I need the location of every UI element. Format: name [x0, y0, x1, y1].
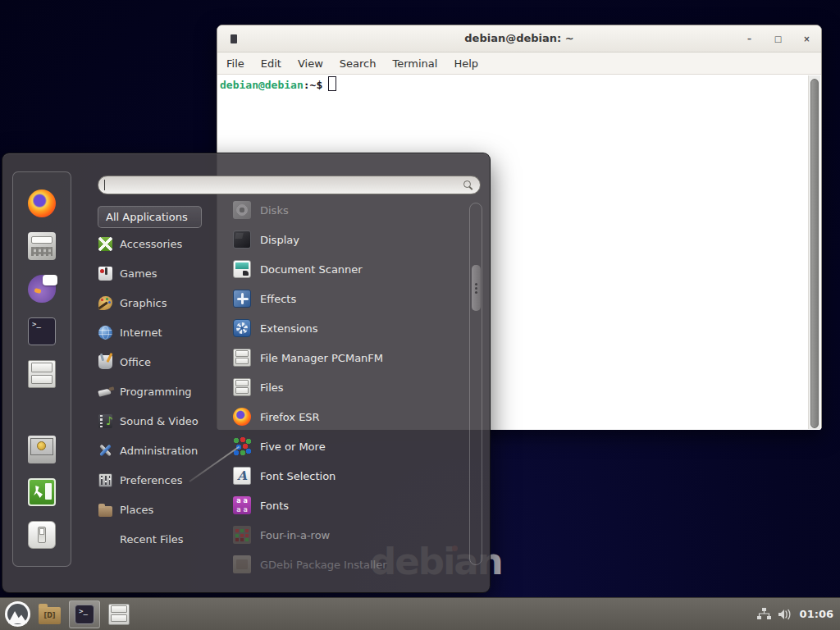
gdebi-icon [233, 555, 251, 573]
favorite-pidgin[interactable] [28, 275, 56, 303]
taskbar-terminal-button[interactable] [69, 600, 100, 628]
terminal-menu-item[interactable]: Terminal [392, 57, 437, 70]
terminal-menu-item[interactable]: File [226, 57, 244, 70]
terminal-menu-item[interactable]: Search [340, 57, 377, 70]
accessories-icon [98, 237, 112, 251]
volume-icon[interactable] [778, 609, 792, 620]
application-menu: All Applications Accessories Games Graph… [2, 153, 491, 593]
app-display[interactable]: Display [233, 225, 466, 254]
application-list: Disks Display Document Scanner Effects [233, 195, 466, 579]
network-icon[interactable] [757, 608, 771, 620]
power-button[interactable] [28, 521, 56, 549]
all-applications-button[interactable]: All Applications [98, 206, 202, 228]
app-five-or-more[interactable]: Five or More [233, 431, 466, 461]
firefox-icon [28, 189, 56, 217]
menu-button[interactable] [5, 601, 30, 627]
category-games[interactable]: Games [98, 258, 228, 288]
terminal-menu-item[interactable]: Help [454, 57, 478, 70]
terminal-cursor [328, 76, 336, 91]
extensions-icon [233, 319, 251, 337]
app-effects[interactable]: Effects [233, 284, 466, 313]
category-programming[interactable]: Programming [98, 377, 228, 406]
terminal-scrollbar-track[interactable] [808, 75, 820, 429]
logout-icon [28, 478, 56, 506]
fontsel-icon [233, 467, 251, 485]
category-administration[interactable]: Administration [98, 436, 228, 465]
cabinet-icon [28, 360, 56, 388]
menu-search-box [98, 176, 481, 194]
typewriter-icon [28, 232, 56, 260]
places-icon [98, 503, 112, 517]
firefox-icon [233, 408, 251, 426]
app-font-selection[interactable]: Font Selection [233, 461, 466, 491]
show-desktop-button[interactable] [39, 604, 61, 624]
category-sound-video[interactable]: Sound & Video [98, 406, 228, 436]
category-internet[interactable]: Internet [98, 317, 228, 347]
favorite-file-manager[interactable] [28, 360, 56, 388]
programming-icon [98, 385, 112, 399]
terminal-title: debian@debian: ~ [217, 25, 821, 52]
terminal-titlebar[interactable]: debian@debian: ~ – □ × [217, 25, 821, 52]
app-document-scanner[interactable]: Document Scanner [233, 254, 466, 284]
office-icon [98, 355, 112, 369]
menu-scrollbar-thumb[interactable] [472, 265, 481, 311]
soundvideo-icon [98, 414, 112, 428]
category-graphics[interactable]: Graphics [98, 288, 228, 317]
preferences-icon [98, 473, 112, 487]
terminal-menu-item[interactable]: View [298, 57, 323, 70]
taskbar: 01:06 [0, 597, 840, 630]
power-icon [28, 521, 56, 549]
search-input[interactable] [105, 178, 459, 192]
terminal-menubar: File Edit View Search Terminal Help [217, 52, 821, 75]
minimize-button[interactable]: – [743, 33, 756, 45]
cinnamon-logo-icon [5, 601, 30, 627]
category-list: Accessories Games Graphics Internet [98, 229, 228, 554]
app-disks[interactable]: Disks [233, 195, 466, 225]
favorite-package-manager[interactable] [28, 232, 56, 260]
terminal-scrollbar-thumb[interactable] [810, 79, 819, 428]
games-icon [98, 267, 112, 281]
favorite-terminal[interactable] [28, 317, 56, 345]
cabinet-icon [233, 378, 251, 396]
graphics-icon [98, 296, 112, 310]
app-extensions[interactable]: Extensions [233, 313, 466, 343]
terminal-menu-item[interactable]: Edit [261, 57, 281, 70]
search-icon [463, 180, 473, 190]
internet-icon [98, 326, 112, 340]
category-office[interactable]: Office [98, 347, 228, 377]
app-file-manager-pcmanfm[interactable]: File Manager PCManFM [233, 343, 466, 372]
lockscreen-icon [28, 436, 56, 463]
pidgin-icon [28, 275, 56, 303]
category-accessories[interactable]: Accessories [98, 229, 228, 258]
terminal-prompt: debian@debian:~$ [220, 76, 336, 91]
prompt-suffix: :~$ [304, 79, 322, 91]
docscanner-icon [233, 260, 251, 278]
app-files[interactable]: Files [233, 372, 466, 402]
app-four-in-a-row[interactable]: Four-in-a-row [233, 520, 466, 550]
close-button[interactable]: × [801, 33, 813, 45]
desktop: debian debian@debian: ~ – □ × File Edit … [0, 0, 840, 630]
favorite-firefox[interactable] [28, 189, 56, 217]
clock[interactable]: 01:06 [800, 608, 833, 620]
lock-screen-button[interactable] [28, 436, 56, 463]
effects-icon [233, 290, 251, 308]
terminal-icon [75, 605, 94, 624]
app-firefox-esr[interactable]: Firefox ESR [233, 402, 466, 431]
category-recent-files[interactable]: Recent Files [98, 524, 228, 554]
file-cabinet-icon [108, 604, 130, 625]
logout-button[interactable] [28, 478, 56, 506]
fiveormore-icon [233, 437, 251, 455]
termfav-icon [28, 317, 56, 345]
display-icon [233, 231, 251, 249]
category-preferences[interactable]: Preferences [98, 465, 228, 495]
favorites-panel [12, 171, 71, 567]
fonts-icon [233, 496, 251, 514]
fourinarow-icon [233, 526, 251, 544]
maximize-button[interactable]: □ [772, 33, 784, 45]
app-gdebi-package-installer[interactable]: GDebi Package Installer [233, 550, 466, 579]
category-places[interactable]: Places [98, 495, 228, 524]
all-applications-label: All Applications [106, 211, 188, 223]
app-fonts[interactable]: Fonts [233, 491, 466, 520]
taskbar-file-manager-button[interactable] [108, 604, 130, 625]
menu-scrollbar-track[interactable] [469, 203, 482, 565]
